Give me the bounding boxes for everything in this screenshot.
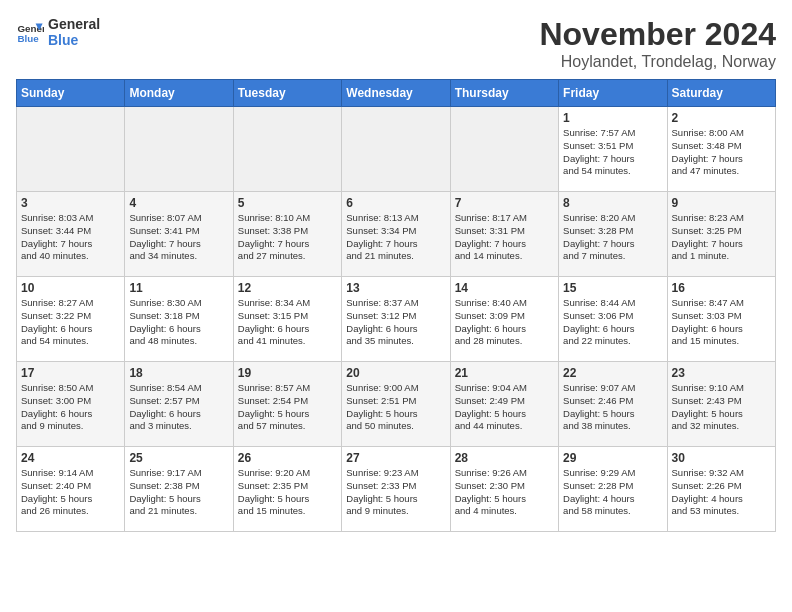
cell-content: Sunrise: 8:57 AM Sunset: 2:54 PM Dayligh… <box>238 382 337 433</box>
cell-content: Sunrise: 9:14 AM Sunset: 2:40 PM Dayligh… <box>21 467 120 518</box>
cell-content: Sunrise: 8:54 AM Sunset: 2:57 PM Dayligh… <box>129 382 228 433</box>
calendar-cell: 18Sunrise: 8:54 AM Sunset: 2:57 PM Dayli… <box>125 362 233 447</box>
day-number: 6 <box>346 196 445 210</box>
day-number: 19 <box>238 366 337 380</box>
calendar-cell: 2Sunrise: 8:00 AM Sunset: 3:48 PM Daylig… <box>667 107 775 192</box>
day-number: 17 <box>21 366 120 380</box>
weekday-header: Thursday <box>450 80 558 107</box>
calendar-cell: 1Sunrise: 7:57 AM Sunset: 3:51 PM Daylig… <box>559 107 667 192</box>
cell-content: Sunrise: 9:00 AM Sunset: 2:51 PM Dayligh… <box>346 382 445 433</box>
calendar-cell: 12Sunrise: 8:34 AM Sunset: 3:15 PM Dayli… <box>233 277 341 362</box>
cell-content: Sunrise: 7:57 AM Sunset: 3:51 PM Dayligh… <box>563 127 662 178</box>
cell-content: Sunrise: 8:47 AM Sunset: 3:03 PM Dayligh… <box>672 297 771 348</box>
cell-content: Sunrise: 8:00 AM Sunset: 3:48 PM Dayligh… <box>672 127 771 178</box>
cell-content: Sunrise: 8:37 AM Sunset: 3:12 PM Dayligh… <box>346 297 445 348</box>
calendar-cell <box>342 107 450 192</box>
day-number: 8 <box>563 196 662 210</box>
cell-content: Sunrise: 8:50 AM Sunset: 3:00 PM Dayligh… <box>21 382 120 433</box>
cell-content: Sunrise: 9:17 AM Sunset: 2:38 PM Dayligh… <box>129 467 228 518</box>
calendar-cell <box>233 107 341 192</box>
cell-content: Sunrise: 9:10 AM Sunset: 2:43 PM Dayligh… <box>672 382 771 433</box>
calendar-cell: 21Sunrise: 9:04 AM Sunset: 2:49 PM Dayli… <box>450 362 558 447</box>
day-number: 28 <box>455 451 554 465</box>
calendar-cell: 19Sunrise: 8:57 AM Sunset: 2:54 PM Dayli… <box>233 362 341 447</box>
calendar-cell: 11Sunrise: 8:30 AM Sunset: 3:18 PM Dayli… <box>125 277 233 362</box>
calendar-cell: 14Sunrise: 8:40 AM Sunset: 3:09 PM Dayli… <box>450 277 558 362</box>
calendar-cell: 16Sunrise: 8:47 AM Sunset: 3:03 PM Dayli… <box>667 277 775 362</box>
weekday-header: Saturday <box>667 80 775 107</box>
day-number: 5 <box>238 196 337 210</box>
day-number: 25 <box>129 451 228 465</box>
calendar-cell: 17Sunrise: 8:50 AM Sunset: 3:00 PM Dayli… <box>17 362 125 447</box>
calendar-subtitle: Hoylandet, Trondelag, Norway <box>539 53 776 71</box>
calendar-title: November 2024 <box>539 16 776 53</box>
weekday-header: Monday <box>125 80 233 107</box>
day-number: 27 <box>346 451 445 465</box>
logo-text-line1: General <box>48 16 100 32</box>
cell-content: Sunrise: 8:34 AM Sunset: 3:15 PM Dayligh… <box>238 297 337 348</box>
day-number: 12 <box>238 281 337 295</box>
day-number: 1 <box>563 111 662 125</box>
calendar-cell: 8Sunrise: 8:20 AM Sunset: 3:28 PM Daylig… <box>559 192 667 277</box>
day-number: 24 <box>21 451 120 465</box>
day-number: 10 <box>21 281 120 295</box>
calendar-cell: 10Sunrise: 8:27 AM Sunset: 3:22 PM Dayli… <box>17 277 125 362</box>
cell-content: Sunrise: 8:23 AM Sunset: 3:25 PM Dayligh… <box>672 212 771 263</box>
calendar-cell: 26Sunrise: 9:20 AM Sunset: 2:35 PM Dayli… <box>233 447 341 532</box>
logo: General Blue General Blue <box>16 16 100 48</box>
day-number: 23 <box>672 366 771 380</box>
cell-content: Sunrise: 8:40 AM Sunset: 3:09 PM Dayligh… <box>455 297 554 348</box>
cell-content: Sunrise: 8:03 AM Sunset: 3:44 PM Dayligh… <box>21 212 120 263</box>
calendar-cell: 25Sunrise: 9:17 AM Sunset: 2:38 PM Dayli… <box>125 447 233 532</box>
cell-content: Sunrise: 9:32 AM Sunset: 2:26 PM Dayligh… <box>672 467 771 518</box>
cell-content: Sunrise: 8:13 AM Sunset: 3:34 PM Dayligh… <box>346 212 445 263</box>
calendar-cell: 20Sunrise: 9:00 AM Sunset: 2:51 PM Dayli… <box>342 362 450 447</box>
cell-content: Sunrise: 9:23 AM Sunset: 2:33 PM Dayligh… <box>346 467 445 518</box>
logo-icon: General Blue <box>16 18 44 46</box>
day-number: 11 <box>129 281 228 295</box>
day-number: 30 <box>672 451 771 465</box>
cell-content: Sunrise: 8:30 AM Sunset: 3:18 PM Dayligh… <box>129 297 228 348</box>
calendar-cell: 5Sunrise: 8:10 AM Sunset: 3:38 PM Daylig… <box>233 192 341 277</box>
day-number: 26 <box>238 451 337 465</box>
header: General Blue General Blue November 2024 … <box>16 16 776 71</box>
calendar-cell: 28Sunrise: 9:26 AM Sunset: 2:30 PM Dayli… <box>450 447 558 532</box>
day-number: 21 <box>455 366 554 380</box>
day-number: 2 <box>672 111 771 125</box>
cell-content: Sunrise: 9:29 AM Sunset: 2:28 PM Dayligh… <box>563 467 662 518</box>
calendar-cell: 7Sunrise: 8:17 AM Sunset: 3:31 PM Daylig… <box>450 192 558 277</box>
day-number: 16 <box>672 281 771 295</box>
cell-content: Sunrise: 9:07 AM Sunset: 2:46 PM Dayligh… <box>563 382 662 433</box>
calendar-cell: 24Sunrise: 9:14 AM Sunset: 2:40 PM Dayli… <box>17 447 125 532</box>
svg-text:Blue: Blue <box>17 33 39 44</box>
calendar-cell <box>450 107 558 192</box>
cell-content: Sunrise: 8:10 AM Sunset: 3:38 PM Dayligh… <box>238 212 337 263</box>
cell-content: Sunrise: 9:04 AM Sunset: 2:49 PM Dayligh… <box>455 382 554 433</box>
calendar-cell: 13Sunrise: 8:37 AM Sunset: 3:12 PM Dayli… <box>342 277 450 362</box>
day-number: 22 <box>563 366 662 380</box>
title-area: November 2024 Hoylandet, Trondelag, Norw… <box>539 16 776 71</box>
day-number: 3 <box>21 196 120 210</box>
day-number: 4 <box>129 196 228 210</box>
cell-content: Sunrise: 8:17 AM Sunset: 3:31 PM Dayligh… <box>455 212 554 263</box>
calendar-cell: 9Sunrise: 8:23 AM Sunset: 3:25 PM Daylig… <box>667 192 775 277</box>
calendar-cell: 6Sunrise: 8:13 AM Sunset: 3:34 PM Daylig… <box>342 192 450 277</box>
weekday-header: Tuesday <box>233 80 341 107</box>
calendar-cell: 23Sunrise: 9:10 AM Sunset: 2:43 PM Dayli… <box>667 362 775 447</box>
calendar-cell: 4Sunrise: 8:07 AM Sunset: 3:41 PM Daylig… <box>125 192 233 277</box>
day-number: 18 <box>129 366 228 380</box>
weekday-header: Sunday <box>17 80 125 107</box>
calendar-cell: 29Sunrise: 9:29 AM Sunset: 2:28 PM Dayli… <box>559 447 667 532</box>
logo-text-line2: Blue <box>48 32 100 48</box>
calendar-cell: 22Sunrise: 9:07 AM Sunset: 2:46 PM Dayli… <box>559 362 667 447</box>
cell-content: Sunrise: 9:20 AM Sunset: 2:35 PM Dayligh… <box>238 467 337 518</box>
day-number: 7 <box>455 196 554 210</box>
calendar-table: SundayMondayTuesdayWednesdayThursdayFrid… <box>16 79 776 532</box>
cell-content: Sunrise: 9:26 AM Sunset: 2:30 PM Dayligh… <box>455 467 554 518</box>
calendar-cell: 27Sunrise: 9:23 AM Sunset: 2:33 PM Dayli… <box>342 447 450 532</box>
day-number: 15 <box>563 281 662 295</box>
cell-content: Sunrise: 8:20 AM Sunset: 3:28 PM Dayligh… <box>563 212 662 263</box>
calendar-cell: 15Sunrise: 8:44 AM Sunset: 3:06 PM Dayli… <box>559 277 667 362</box>
cell-content: Sunrise: 8:07 AM Sunset: 3:41 PM Dayligh… <box>129 212 228 263</box>
cell-content: Sunrise: 8:44 AM Sunset: 3:06 PM Dayligh… <box>563 297 662 348</box>
